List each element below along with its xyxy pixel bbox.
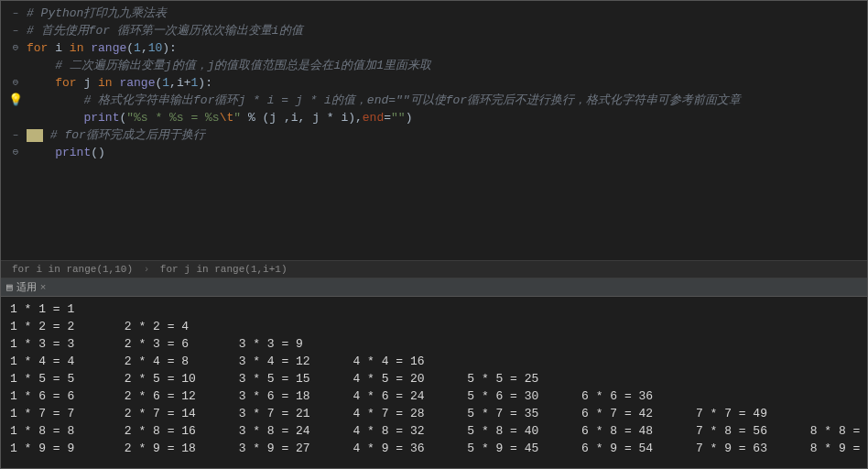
code-content: print("%s * %s = %s\t" % (j ,i, j * i),e… bbox=[27, 109, 412, 126]
gutter-icon[interactable]: – bbox=[5, 22, 27, 39]
text-cursor bbox=[27, 129, 43, 142]
code-content: for i in range(1,10): bbox=[27, 39, 177, 57]
gutter-icon[interactable]: 💡 bbox=[5, 92, 27, 109]
gutter-icon[interactable]: ⊖ bbox=[5, 144, 27, 161]
code-content: # 二次遍历输出变量j的值，j的值取值范围总是会在i的值加1里面来取 bbox=[27, 57, 431, 74]
breadcrumb: for i in range(1,10) › for j in range(1,… bbox=[1, 260, 867, 278]
console-tab-icon: ▤ bbox=[6, 281, 13, 293]
gutter-icon[interactable]: ⊖ bbox=[5, 74, 27, 92]
close-icon[interactable]: × bbox=[40, 282, 47, 293]
code-content: # Python打印九九乘法表 bbox=[27, 5, 167, 22]
code-line[interactable]: ⊖ for j in range(1,i+1): bbox=[1, 74, 867, 92]
code-content: for j in range(1,i+1): bbox=[27, 74, 212, 92]
code-line[interactable]: 💡 # 格式化字符串输出for循环j * i = j * i的值，end=""可… bbox=[1, 92, 867, 109]
code-content: # 格式化字符串输出for循环j * i = j * i的值，end=""可以使… bbox=[27, 92, 741, 109]
code-content: # 首先使用for 循环第一次遍历依次输出变量i的值 bbox=[27, 22, 303, 39]
code-line[interactable]: –# 首先使用for 循环第一次遍历依次输出变量i的值 bbox=[1, 22, 867, 39]
code-editor[interactable]: –# Python打印九九乘法表–# 首先使用for 循环第一次遍历依次输出变量… bbox=[1, 1, 867, 260]
lightbulb-icon[interactable]: 💡 bbox=[8, 92, 23, 109]
code-content: # for循环完成之后用于换行 bbox=[27, 126, 205, 144]
code-line[interactable]: ⊖ print() bbox=[1, 144, 867, 161]
code-line[interactable]: –# Python打印九九乘法表 bbox=[1, 5, 867, 22]
console-tab[interactable]: ▤ 适用 × bbox=[6, 280, 46, 294]
code-content: print() bbox=[27, 144, 105, 161]
code-line[interactable]: # 二次遍历输出变量j的值，j的值取值范围总是会在i的值加1里面来取 bbox=[1, 57, 867, 74]
code-line[interactable]: ⊖for i in range(1,10): bbox=[1, 39, 867, 57]
console-output[interactable]: 1 * 1 = 1 1 * 2 = 2 2 * 2 = 4 1 * 3 = 3 … bbox=[1, 297, 867, 469]
gutter-icon[interactable]: – bbox=[5, 126, 27, 144]
console-tab-bar: ▤ 适用 × bbox=[1, 278, 867, 297]
code-line[interactable]: print("%s * %s = %s\t" % (j ,i, j * i),e… bbox=[1, 109, 867, 126]
gutter-icon[interactable]: ⊖ bbox=[5, 39, 27, 57]
gutter-icon[interactable]: – bbox=[5, 5, 27, 22]
breadcrumb-item[interactable]: for j in range(1,i+1) bbox=[160, 264, 288, 275]
breadcrumb-sep-icon: › bbox=[144, 264, 150, 275]
breadcrumb-item[interactable]: for i in range(1,10) bbox=[12, 264, 133, 275]
console-tab-label: 适用 bbox=[16, 280, 37, 294]
code-line[interactable]: – # for循环完成之后用于换行 bbox=[1, 126, 867, 144]
